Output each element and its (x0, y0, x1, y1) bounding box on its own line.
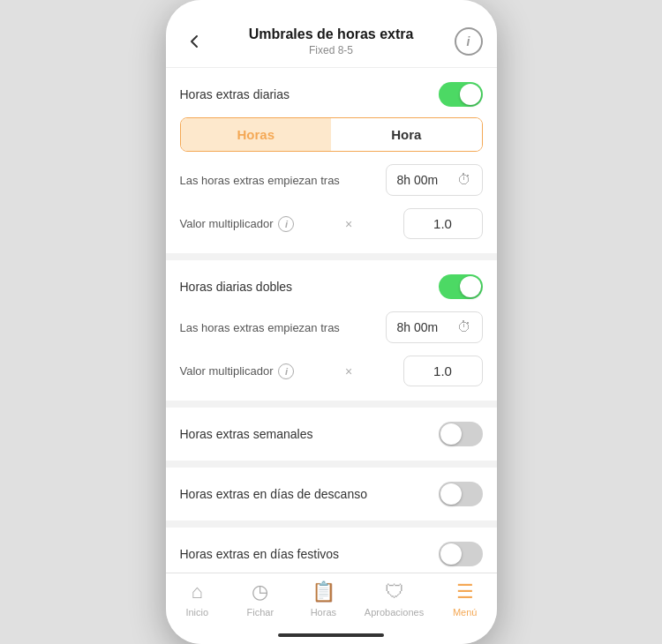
nav-item-fichar[interactable]: ◷ Fichar (238, 580, 282, 618)
nav-item-aprobaciones[interactable]: 🛡 Aprobaciones (365, 580, 424, 618)
home-indicator (166, 626, 497, 644)
nav-label-aprobaciones: Aprobaciones (365, 607, 424, 618)
field-dobles-start-row: Las horas extras empiezan tras 8h 00m ⏱ (180, 311, 483, 343)
x-sign-1: × (345, 217, 352, 231)
dobles-start-value-text: 8h 00m (397, 320, 439, 334)
section-horas-festivos: Horas extras en días festivos (166, 528, 497, 573)
horas-festivos-label: Horas extras en días festivos (180, 547, 340, 561)
toggle-knob-3 (440, 423, 462, 445)
nav-label-inicio: Inicio (185, 607, 208, 618)
multiplier-label-group: Valor multiplicador i (180, 216, 295, 232)
fichar-icon: ◷ (252, 580, 268, 603)
bottom-nav: ⌂ Inicio ◷ Fichar 📋 Horas 🛡 Aprobaciones… (166, 573, 497, 626)
content-area: Horas extras diarias Horas Hora Las hora… (166, 68, 497, 573)
back-button[interactable] (180, 27, 208, 56)
horas-icon: 📋 (312, 580, 335, 603)
clock-icon: ⏱ (457, 172, 471, 188)
section-horas-semanales: Horas extras semanales (166, 408, 497, 461)
status-bar (166, 0, 497, 18)
toggle-horas-semanales[interactable] (439, 422, 483, 446)
field-dobles-start-value[interactable]: 8h 00m ⏱ (386, 311, 483, 343)
toggle-knob-2 (460, 276, 481, 297)
info-button[interactable]: i (455, 27, 483, 56)
multiplier-info-icon-2[interactable]: i (278, 363, 294, 379)
tab-horas[interactable]: Horas (181, 118, 332, 151)
horas-extras-diarias-label: Horas extras diarias (180, 87, 290, 101)
section-horas-dobles: Horas diarias dobles Las horas extras em… (166, 260, 497, 401)
toggle-row-horas-diarias: Horas extras diarias (180, 82, 483, 107)
toggle-knob-4 (440, 483, 462, 505)
toggle-row-semanales: Horas extras semanales (180, 422, 483, 446)
x-sign-2: × (345, 364, 352, 378)
inicio-icon: ⌂ (192, 580, 203, 603)
nav-label-menu: Menú (453, 607, 478, 618)
aprobaciones-icon: 🛡 (385, 580, 404, 603)
multiplier-value-1[interactable]: 1.0 (403, 208, 483, 239)
clock-icon-2: ⏱ (457, 319, 471, 335)
nav-label-horas: Horas (311, 607, 336, 618)
multiplier-label-2: Valor multiplicador (180, 364, 274, 378)
section-horas-descanso: Horas extras en días de descanso (166, 468, 497, 520)
nav-item-horas[interactable]: 📋 Horas (301, 580, 345, 618)
toggle-horas-dobles[interactable] (439, 274, 483, 299)
toggle-knob (460, 84, 481, 105)
field-horas-start-value[interactable]: 8h 00m ⏱ (386, 164, 483, 196)
horas-start-value-text: 8h 00m (397, 173, 439, 187)
toggle-knob-5 (440, 543, 462, 565)
toggle-horas-descanso[interactable] (439, 482, 483, 506)
multiplier-row-2: Valor multiplicador i × 1.0 (180, 356, 483, 386)
multiplier-info-icon-1[interactable]: i (278, 216, 294, 232)
field-horas-start-row: Las horas extras empiezan tras 8h 00m ⏱ (180, 164, 483, 196)
toggle-row-descanso: Horas extras en días de descanso (180, 482, 483, 506)
multiplier-row-1: Valor multiplicador i × 1.0 (180, 208, 483, 239)
multiplier-label-1: Valor multiplicador (180, 217, 274, 230)
nav-item-inicio[interactable]: ⌂ Inicio (175, 580, 219, 618)
nav-item-menu[interactable]: ☰ Menú (443, 580, 487, 618)
home-bar (278, 633, 384, 637)
multiplier-value-2[interactable]: 1.0 (403, 356, 483, 386)
tab-hora[interactable]: Hora (331, 118, 482, 151)
field-horas-start-label: Las horas extras empiezan tras (180, 174, 386, 187)
horas-dobles-label: Horas diarias dobles (180, 280, 293, 294)
toggle-row-horas-dobles: Horas diarias dobles (180, 274, 483, 299)
section-horas-extras-diarias: Horas extras diarias Horas Hora Las hora… (166, 68, 497, 253)
toggle-horas-festivos[interactable] (439, 542, 483, 566)
header: Umbrales de horas extra Fixed 8-5 i (166, 18, 497, 68)
horas-descanso-label: Horas extras en días de descanso (180, 487, 367, 501)
field-dobles-start-label: Las horas extras empiezan tras (180, 321, 386, 334)
toggle-row-festivos: Horas extras en días festivos (180, 542, 483, 566)
tab-switcher: Horas Hora (180, 117, 483, 152)
multiplier-label-group-2: Valor multiplicador i (180, 363, 295, 379)
horas-semanales-label: Horas extras semanales (180, 427, 313, 441)
header-title: Umbrales de horas extra Fixed 8-5 (208, 26, 455, 56)
nav-label-fichar: Fichar (247, 607, 275, 618)
toggle-horas-extras-diarias[interactable] (439, 82, 483, 107)
menu-icon: ☰ (456, 580, 474, 603)
